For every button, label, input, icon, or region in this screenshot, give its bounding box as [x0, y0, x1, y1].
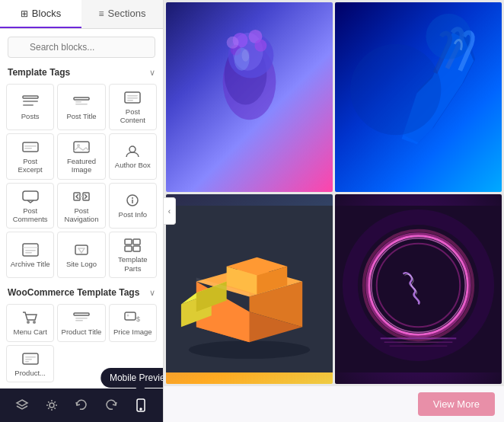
svg-rect-7: [127, 95, 138, 97]
svg-point-34: [33, 321, 36, 324]
archive-title-label: Archive Title: [11, 260, 50, 268]
block-item-post-title[interactable]: Post Title: [57, 84, 105, 130]
sections-tab-label: Sections: [108, 8, 146, 19]
template-parts-icon: [124, 238, 141, 252]
block-item-price-image[interactable]: $ Price Image: [109, 304, 157, 341]
svg-rect-1: [23, 101, 38, 102]
svg-rect-9: [127, 100, 133, 101]
svg-text:$: $: [136, 315, 140, 323]
template-tags-section-heading: Template Tags ∨: [0, 62, 163, 81]
price-image-icon: $: [124, 311, 141, 324]
svg-rect-27: [25, 252, 32, 254]
template-tags-grid: Posts Post Title Post Content: [0, 81, 163, 281]
block-item-site-logo[interactable]: Site Logo: [57, 232, 105, 278]
svg-rect-37: [75, 320, 83, 321]
posts-icon: [22, 95, 39, 109]
svg-rect-4: [75, 101, 81, 103]
author-box-icon: [124, 144, 141, 158]
view-more-button[interactable]: View More: [418, 392, 495, 416]
post-comments-label: Post Comments: [10, 206, 50, 224]
svg-point-61: [426, 14, 471, 59]
right-panel: ‹: [164, 0, 504, 422]
block-item-post-excerpt[interactable]: Post Excerpt: [6, 133, 54, 180]
bottom-toolbar: Mobile Preview: [0, 388, 163, 422]
post-content-icon: [124, 91, 141, 104]
svg-point-22: [132, 197, 133, 199]
block-item-featured-image[interactable]: Featured Image: [57, 133, 105, 180]
svg-rect-5: [75, 104, 88, 105]
woocommerce-section-heading: WooCommerce Template Tags ∨: [0, 283, 163, 301]
woocommerce-chevron[interactable]: ∨: [149, 288, 155, 298]
svg-rect-10: [23, 142, 38, 152]
collapse-arrow-icon: ‹: [168, 207, 171, 216]
block-item-author-box[interactable]: Author Box: [109, 133, 157, 180]
block-item-template-parts[interactable]: Template Parts: [109, 232, 157, 278]
product-icon: [22, 352, 39, 366]
featured-image-label: Featured Image: [61, 157, 101, 174]
block-item-post-comments[interactable]: Post Comments: [6, 183, 54, 229]
layers-button[interactable]: [9, 395, 35, 415]
block-item-product-title[interactable]: Product Title: [57, 304, 105, 341]
svg-point-63: [189, 340, 310, 359]
block-item-post-info[interactable]: Post Info: [109, 183, 157, 229]
template-tags-label: Template Tags: [8, 67, 70, 78]
menu-cart-label: Menu Cart: [13, 328, 46, 336]
search-input[interactable]: [8, 37, 155, 58]
image-cell-3d-blocks: [166, 194, 333, 384]
featured-image-icon: [73, 140, 90, 154]
svg-rect-12: [24, 148, 32, 149]
svg-rect-31: [125, 246, 132, 251]
svg-rect-38: [125, 312, 136, 320]
svg-point-46: [49, 403, 54, 408]
block-item-posts[interactable]: Posts: [6, 84, 54, 130]
mobile-preview-button[interactable]: Mobile Preview: [128, 395, 154, 415]
svg-rect-44: [25, 361, 29, 363]
author-box-label: Author Box: [115, 161, 151, 169]
svg-rect-0: [23, 96, 38, 98]
tabs-bar: ⊞ Blocks ≡ Sections: [0, 0, 163, 29]
post-excerpt-label: Post Excerpt: [10, 157, 50, 174]
svg-rect-11: [24, 145, 37, 147]
mobile-preview-tooltip: Mobile Preview: [100, 368, 164, 388]
svg-rect-30: [133, 239, 140, 245]
post-navigation-icon: [73, 190, 90, 203]
svg-rect-42: [25, 356, 36, 358]
product-title-icon: [73, 311, 90, 324]
template-parts-label: Template Parts: [113, 255, 153, 273]
svg-rect-3: [74, 98, 89, 100]
woocommerce-label: WooCommerce Template Tags: [8, 287, 139, 298]
image-cell-neon-circle: [335, 194, 502, 384]
svg-rect-13: [74, 142, 89, 152]
block-item-post-content[interactable]: Post Content: [109, 84, 157, 130]
template-tags-chevron[interactable]: ∨: [149, 68, 155, 78]
post-title-icon: [73, 95, 90, 109]
settings-button[interactable]: [39, 395, 65, 415]
collapse-panel-button[interactable]: ‹: [164, 197, 176, 225]
posts-label: Posts: [21, 112, 40, 120]
svg-point-60: [350, 44, 441, 135]
tab-sections[interactable]: ≡ Sections: [81, 0, 163, 28]
svg-rect-35: [74, 313, 89, 315]
tab-blocks[interactable]: ⊞ Blocks: [0, 0, 81, 28]
svg-marker-45: [17, 400, 27, 406]
image-grid: [164, 0, 504, 386]
svg-rect-26: [25, 250, 36, 251]
post-title-label: Post Title: [66, 112, 96, 120]
block-item-menu-cart[interactable]: Menu Cart: [6, 304, 54, 341]
svg-rect-8: [127, 98, 138, 99]
svg-rect-36: [75, 318, 88, 319]
block-item-product[interactable]: Product...: [6, 345, 54, 382]
left-panel: ⊞ Blocks ≡ Sections Template Tags ∨ Post…: [0, 0, 164, 422]
block-item-post-navigation[interactable]: Post Navigation: [57, 183, 105, 229]
block-item-archive-title[interactable]: Archive Title: [6, 232, 54, 278]
redo-button[interactable]: [98, 395, 124, 415]
undo-button[interactable]: [69, 395, 94, 415]
post-info-label: Post Info: [119, 210, 148, 219]
svg-rect-32: [133, 246, 140, 251]
image-cell-statue: [166, 2, 333, 192]
search-wrapper: [8, 37, 155, 58]
blocks-tab-icon: ⊞: [21, 8, 28, 19]
price-image-label: Price Image: [113, 328, 152, 336]
svg-rect-29: [125, 239, 132, 245]
site-logo-label: Site Logo: [66, 260, 97, 268]
